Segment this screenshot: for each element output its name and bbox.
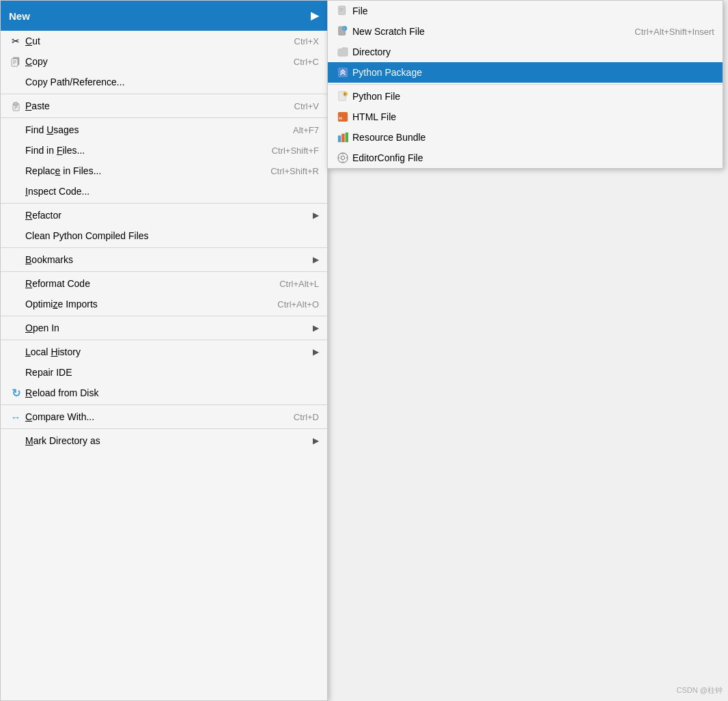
scratch-icon: ! [333,26,352,37]
directory-icon [333,46,352,57]
bookmarks-label: Bookmarks [25,254,307,265]
submenu-divider-1 [328,84,723,85]
menu-item-compare[interactable]: ↔ Compare With... Ctrl+D [1,407,327,427]
open-in-arrow: ▶ [313,323,319,333]
open-in-label: Open In [25,322,307,333]
divider-3 [1,203,327,204]
replace-files-label: Replace in Files... [25,165,254,176]
menu-item-inspect-code[interactable]: Inspect Code... [1,181,327,202]
scratch-label: New Scratch File [352,26,618,37]
divider-7 [1,340,327,340]
context-menu: New ▶ Cut Ctrl+X Copy Ctrl+C [0,0,328,701]
reformat-label: Reformat Code [25,278,263,289]
resource-icon [333,132,352,143]
mark-directory-label: Mark Directory as [25,435,307,446]
menu-new-header[interactable]: New ▶ [1,1,327,31]
python-file-icon: P [333,91,352,102]
find-usages-label: Find Usages [25,124,277,135]
local-history-label: Local History [25,346,307,357]
divider-2 [1,118,327,118]
compare-shortcut: Ctrl+D [294,412,319,422]
menu-item-cut[interactable]: Cut Ctrl+X [1,31,327,51]
cut-label: Cut [25,36,278,46]
menu-item-local-history[interactable]: Local History ▶ [1,342,327,362]
paste-icon [6,100,25,111]
submenu-item-scratch[interactable]: ! New Scratch File Ctrl+Alt+Shift+Insert [328,21,723,42]
menu-item-copy-path[interactable]: Copy Path/Reference... [1,72,327,92]
python-package-label: Python Package [352,67,714,78]
divider-5 [1,271,327,272]
find-files-shortcut: Ctrl+Shift+F [272,146,319,156]
editorconfig-label: EditorConfig File [352,152,714,163]
optimize-label: Optimize Imports [25,299,261,310]
bookmarks-arrow: ▶ [313,255,319,264]
svg-text:H: H [339,115,342,120]
editorconfig-icon [333,152,352,163]
menu-item-repair[interactable]: Repair IDE [1,362,327,383]
submenu-item-html[interactable]: H HTML File [328,107,723,127]
optimize-shortcut: Ctrl+Alt+O [277,299,319,310]
svg-point-27 [341,156,344,159]
reload-label: Reload from Disk [25,387,319,398]
divider-8 [1,404,327,405]
paste-label: Paste [25,100,278,111]
menu-item-replace-files[interactable]: Replace in Files... Ctrl+Shift+R [1,161,327,181]
refactor-label: Refactor [25,210,307,221]
python-package-icon [333,67,352,78]
menu-item-paste[interactable]: Paste Ctrl+V [1,96,327,116]
divider-6 [1,316,327,316]
menu-item-find-files[interactable]: Find in Files... Ctrl+Shift+F [1,140,327,161]
divider-9 [1,428,327,429]
cut-shortcut: Ctrl+X [294,36,319,46]
file-icon [333,5,352,16]
menu-item-mark-directory[interactable]: Mark Directory as ▶ [1,430,327,451]
submenu-item-python-package[interactable]: Python Package [328,62,723,83]
mark-directory-arrow: ▶ [313,436,319,445]
copy-path-label: Copy Path/Reference... [25,77,319,87]
find-usages-shortcut: Alt+F7 [293,125,319,135]
menu-item-refactor[interactable]: Refactor ▶ [1,205,327,225]
copy-icon [6,56,25,67]
menu-new-label: New [9,10,30,22]
reload-icon: ↻ [6,387,25,400]
find-files-label: Find in Files... [25,145,255,156]
menu-item-optimize[interactable]: Optimize Imports Ctrl+Alt+O [1,294,327,314]
svg-rect-1 [12,59,18,66]
scissors-icon [6,36,25,46]
clean-python-label: Clean Python Compiled Files [25,230,319,241]
menu-item-reload[interactable]: ↻ Reload from Disk [1,383,327,403]
menu-item-open-in[interactable]: Open In ▶ [1,318,327,338]
submenu-item-directory[interactable]: Directory [328,42,723,62]
submenu-item-python-file[interactable]: P Python File [328,86,723,107]
compare-label: Compare With... [25,411,277,422]
file-label: File [352,5,714,16]
menu-item-copy[interactable]: Copy Ctrl+C [1,51,327,72]
paste-shortcut: Ctrl+V [294,101,319,111]
refactor-arrow: ▶ [313,210,319,220]
directory-label: Directory [352,46,714,57]
reformat-shortcut: Ctrl+Alt+L [279,279,319,289]
scratch-shortcut: Ctrl+Alt+Shift+Insert [634,27,714,37]
repair-label: Repair IDE [25,367,319,378]
inspect-code-label: Inspect Code... [25,186,319,197]
menu-item-bookmarks[interactable]: Bookmarks ▶ [1,249,327,270]
submenu-item-editorconfig[interactable]: EditorConfig File [328,148,723,168]
submenu-item-file[interactable]: File [328,1,723,21]
menu-item-clean-python[interactable]: Clean Python Compiled Files [1,225,327,246]
submenu-item-resource[interactable]: Resource Bundle [328,127,723,148]
svg-rect-10 [339,6,346,14]
copy-shortcut: Ctrl+C [294,57,319,67]
html-label: HTML File [352,111,714,122]
svg-rect-23 [338,135,341,142]
svg-rect-25 [346,133,348,142]
copy-label: Copy [25,56,277,67]
menu-item-find-usages[interactable]: Find Usages Alt+F7 [1,120,327,140]
divider-1 [1,94,327,94]
submenu-new: File ! New Scratch File Ctrl+Alt+Shift+I… [327,0,723,169]
menu-item-reformat[interactable]: Reformat Code Ctrl+Alt+L [1,273,327,294]
svg-rect-24 [341,134,344,142]
menu-new-arrow: ▶ [311,10,319,22]
watermark: CSDN @柱钟 [677,685,723,696]
resource-label: Resource Bundle [352,132,714,143]
svg-rect-6 [14,102,18,105]
